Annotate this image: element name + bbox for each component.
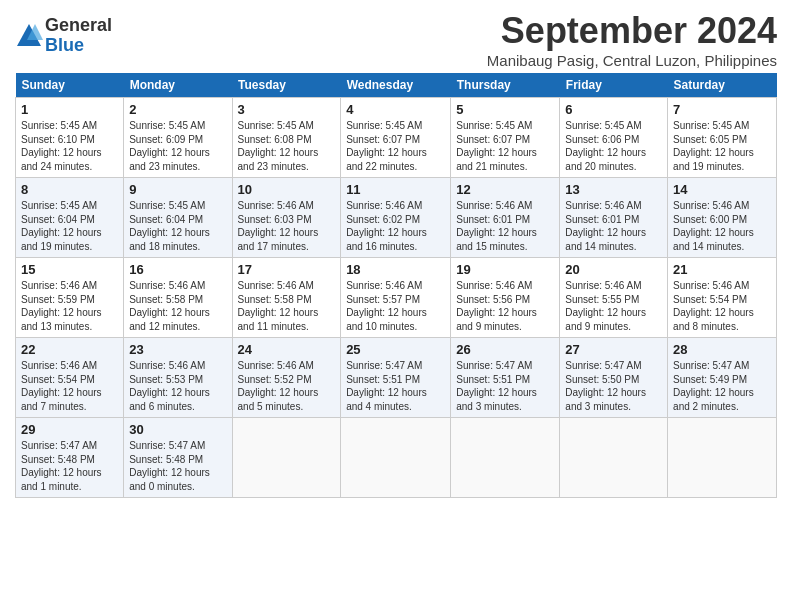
calendar-cell [232,418,341,498]
weekday-header-sunday: Sunday [16,73,124,98]
calendar-cell: 14Sunrise: 5:46 AM Sunset: 6:00 PM Dayli… [668,178,777,258]
calendar-cell: 28Sunrise: 5:47 AM Sunset: 5:49 PM Dayli… [668,338,777,418]
weekday-header-monday: Monday [124,73,232,98]
day-info: Sunrise: 5:46 AM Sunset: 5:55 PM Dayligh… [565,279,662,333]
weekday-header-thursday: Thursday [451,73,560,98]
day-number: 12 [456,182,554,197]
calendar-cell: 30Sunrise: 5:47 AM Sunset: 5:48 PM Dayli… [124,418,232,498]
calendar-cell: 18Sunrise: 5:46 AM Sunset: 5:57 PM Dayli… [341,258,451,338]
day-info: Sunrise: 5:45 AM Sunset: 6:06 PM Dayligh… [565,119,662,173]
day-info: Sunrise: 5:46 AM Sunset: 5:58 PM Dayligh… [238,279,336,333]
week-row-4: 22Sunrise: 5:46 AM Sunset: 5:54 PM Dayli… [16,338,777,418]
day-number: 13 [565,182,662,197]
calendar-cell: 4Sunrise: 5:45 AM Sunset: 6:07 PM Daylig… [341,98,451,178]
day-number: 26 [456,342,554,357]
calendar-cell [451,418,560,498]
calendar-cell [560,418,668,498]
weekday-header-saturday: Saturday [668,73,777,98]
day-number: 14 [673,182,771,197]
calendar-cell: 9Sunrise: 5:45 AM Sunset: 6:04 PM Daylig… [124,178,232,258]
day-number: 25 [346,342,445,357]
day-number: 15 [21,262,118,277]
calendar-cell: 21Sunrise: 5:46 AM Sunset: 5:54 PM Dayli… [668,258,777,338]
day-info: Sunrise: 5:45 AM Sunset: 6:10 PM Dayligh… [21,119,118,173]
day-number: 10 [238,182,336,197]
day-number: 4 [346,102,445,117]
title-area: September 2024 Manibaug Pasig, Central L… [487,10,777,69]
calendar-cell: 8Sunrise: 5:45 AM Sunset: 6:04 PM Daylig… [16,178,124,258]
calendar-cell: 27Sunrise: 5:47 AM Sunset: 5:50 PM Dayli… [560,338,668,418]
calendar-cell: 3Sunrise: 5:45 AM Sunset: 6:08 PM Daylig… [232,98,341,178]
day-info: Sunrise: 5:46 AM Sunset: 6:03 PM Dayligh… [238,199,336,253]
calendar-cell [668,418,777,498]
calendar-cell: 5Sunrise: 5:45 AM Sunset: 6:07 PM Daylig… [451,98,560,178]
weekday-header-tuesday: Tuesday [232,73,341,98]
day-info: Sunrise: 5:45 AM Sunset: 6:07 PM Dayligh… [346,119,445,173]
day-info: Sunrise: 5:46 AM Sunset: 5:54 PM Dayligh… [21,359,118,413]
day-number: 19 [456,262,554,277]
week-row-5: 29Sunrise: 5:47 AM Sunset: 5:48 PM Dayli… [16,418,777,498]
day-info: Sunrise: 5:46 AM Sunset: 5:52 PM Dayligh… [238,359,336,413]
calendar-cell: 1Sunrise: 5:45 AM Sunset: 6:10 PM Daylig… [16,98,124,178]
day-number: 20 [565,262,662,277]
day-info: Sunrise: 5:47 AM Sunset: 5:51 PM Dayligh… [346,359,445,413]
day-number: 11 [346,182,445,197]
calendar-cell: 13Sunrise: 5:46 AM Sunset: 6:01 PM Dayli… [560,178,668,258]
day-info: Sunrise: 5:46 AM Sunset: 6:01 PM Dayligh… [456,199,554,253]
day-number: 9 [129,182,226,197]
weekday-header-friday: Friday [560,73,668,98]
day-number: 2 [129,102,226,117]
day-info: Sunrise: 5:46 AM Sunset: 5:56 PM Dayligh… [456,279,554,333]
calendar-cell: 22Sunrise: 5:46 AM Sunset: 5:54 PM Dayli… [16,338,124,418]
day-number: 18 [346,262,445,277]
day-info: Sunrise: 5:46 AM Sunset: 6:01 PM Dayligh… [565,199,662,253]
day-number: 22 [21,342,118,357]
logo-icon [15,22,43,50]
calendar-cell: 16Sunrise: 5:46 AM Sunset: 5:58 PM Dayli… [124,258,232,338]
week-row-2: 8Sunrise: 5:45 AM Sunset: 6:04 PM Daylig… [16,178,777,258]
calendar-cell: 10Sunrise: 5:46 AM Sunset: 6:03 PM Dayli… [232,178,341,258]
day-info: Sunrise: 5:45 AM Sunset: 6:05 PM Dayligh… [673,119,771,173]
calendar-cell [341,418,451,498]
day-number: 1 [21,102,118,117]
day-number: 24 [238,342,336,357]
day-info: Sunrise: 5:47 AM Sunset: 5:48 PM Dayligh… [21,439,118,493]
header: General Blue September 2024 Manibaug Pas… [15,10,777,69]
calendar-cell: 11Sunrise: 5:46 AM Sunset: 6:02 PM Dayli… [341,178,451,258]
day-info: Sunrise: 5:45 AM Sunset: 6:04 PM Dayligh… [21,199,118,253]
logo-text: General Blue [45,16,112,56]
week-row-3: 15Sunrise: 5:46 AM Sunset: 5:59 PM Dayli… [16,258,777,338]
calendar-cell: 6Sunrise: 5:45 AM Sunset: 6:06 PM Daylig… [560,98,668,178]
day-info: Sunrise: 5:45 AM Sunset: 6:04 PM Dayligh… [129,199,226,253]
day-info: Sunrise: 5:46 AM Sunset: 5:59 PM Dayligh… [21,279,118,333]
calendar-cell: 26Sunrise: 5:47 AM Sunset: 5:51 PM Dayli… [451,338,560,418]
day-info: Sunrise: 5:46 AM Sunset: 5:58 PM Dayligh… [129,279,226,333]
location-title: Manibaug Pasig, Central Luzon, Philippin… [487,52,777,69]
calendar-table: SundayMondayTuesdayWednesdayThursdayFrid… [15,73,777,498]
calendar-cell: 19Sunrise: 5:46 AM Sunset: 5:56 PM Dayli… [451,258,560,338]
day-info: Sunrise: 5:47 AM Sunset: 5:48 PM Dayligh… [129,439,226,493]
calendar-cell: 25Sunrise: 5:47 AM Sunset: 5:51 PM Dayli… [341,338,451,418]
day-number: 6 [565,102,662,117]
calendar-cell: 23Sunrise: 5:46 AM Sunset: 5:53 PM Dayli… [124,338,232,418]
day-number: 28 [673,342,771,357]
day-info: Sunrise: 5:45 AM Sunset: 6:08 PM Dayligh… [238,119,336,173]
calendar-cell: 29Sunrise: 5:47 AM Sunset: 5:48 PM Dayli… [16,418,124,498]
day-info: Sunrise: 5:47 AM Sunset: 5:51 PM Dayligh… [456,359,554,413]
day-info: Sunrise: 5:45 AM Sunset: 6:09 PM Dayligh… [129,119,226,173]
month-title: September 2024 [487,10,777,52]
logo: General Blue [15,16,112,56]
day-number: 8 [21,182,118,197]
day-number: 17 [238,262,336,277]
day-number: 29 [21,422,118,437]
day-number: 3 [238,102,336,117]
day-number: 16 [129,262,226,277]
day-info: Sunrise: 5:45 AM Sunset: 6:07 PM Dayligh… [456,119,554,173]
day-info: Sunrise: 5:46 AM Sunset: 6:02 PM Dayligh… [346,199,445,253]
day-info: Sunrise: 5:46 AM Sunset: 5:54 PM Dayligh… [673,279,771,333]
calendar-cell: 24Sunrise: 5:46 AM Sunset: 5:52 PM Dayli… [232,338,341,418]
weekday-header-wednesday: Wednesday [341,73,451,98]
calendar-cell: 20Sunrise: 5:46 AM Sunset: 5:55 PM Dayli… [560,258,668,338]
day-number: 21 [673,262,771,277]
weekday-header-row: SundayMondayTuesdayWednesdayThursdayFrid… [16,73,777,98]
